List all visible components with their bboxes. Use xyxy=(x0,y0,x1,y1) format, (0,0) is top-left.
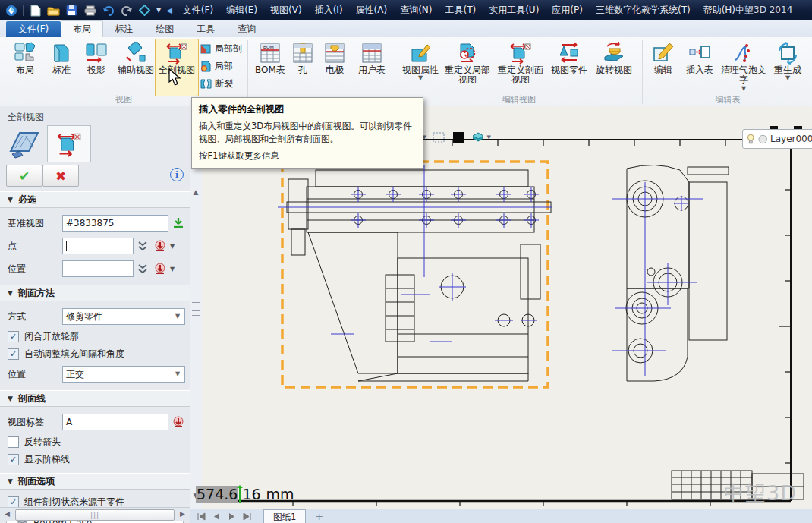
section-header-required[interactable]: ▼ 必选 xyxy=(0,191,190,208)
checkbox-checked-icon[interactable]: ✓ xyxy=(8,348,19,360)
chevron-down-icon[interactable]: ▼ xyxy=(487,134,491,140)
app-logo-icon[interactable] xyxy=(5,4,17,17)
save-icon[interactable] xyxy=(65,4,78,17)
info-button[interactable]: i xyxy=(170,168,184,181)
menu-utilities[interactable]: 实用工具(U) xyxy=(489,4,539,17)
add-sheet-icon[interactable]: + xyxy=(315,511,323,522)
tab-inquire[interactable]: 查询 xyxy=(226,21,267,37)
ribbon-button-user-table[interactable]: 用户表 xyxy=(352,39,392,96)
scroll-left-icon[interactable]: ◀ xyxy=(5,510,10,518)
pick-dropdown-icon[interactable]: ▼ xyxy=(170,243,175,250)
tab-annotate[interactable]: 标注 xyxy=(103,21,144,37)
marquee-select-icon[interactable] xyxy=(431,130,446,145)
ribbon-button-electrode-table[interactable]: 电极 xyxy=(317,39,352,96)
section-header-options[interactable]: ▼ 剖面选项 xyxy=(0,473,190,490)
layers-icon[interactable] xyxy=(471,130,486,145)
cancel-button[interactable]: ✖ xyxy=(42,165,79,187)
expand-list-icon[interactable] xyxy=(137,262,150,276)
ribbon-button-view-attributes[interactable]: 视图属性 ▼ xyxy=(399,39,442,96)
ribbon-button-rotate-view[interactable]: 旋转视图 xyxy=(590,39,637,96)
menu-edit[interactable]: 编辑(E) xyxy=(226,4,257,17)
tab-tools[interactable]: 工具 xyxy=(185,21,226,37)
ribbon-button-standard[interactable]: 标准 xyxy=(44,39,79,96)
menu-insert[interactable]: 插入(I) xyxy=(315,4,343,17)
ribbon-button-regenerate[interactable]: 重生成 ▼ xyxy=(768,39,807,96)
checkbox-unchecked-icon[interactable] xyxy=(8,436,19,448)
tab-file[interactable]: 文件(F) xyxy=(6,21,61,37)
ribbon-button-redefine-section-view[interactable]: 重定义剖面视图 xyxy=(493,39,548,96)
location-input[interactable] xyxy=(62,260,134,277)
menu-help[interactable]: 帮助(H) xyxy=(703,4,735,17)
ribbon-button-clean-balloon[interactable]: 清理气泡文字 ▼ xyxy=(719,39,768,96)
checkbox-row[interactable]: 反转箭头 xyxy=(0,433,190,451)
point-input[interactable] xyxy=(62,238,134,254)
redo-icon[interactable] xyxy=(120,4,133,17)
layer-selector[interactable]: Layer0000 xyxy=(742,129,812,149)
menu-view[interactable]: 视图(V) xyxy=(270,4,302,17)
ribbon-button-projection[interactable]: 投影 xyxy=(79,39,114,96)
menu-teaching-system[interactable]: 三维数字化教学系统(T) xyxy=(596,4,691,17)
menu-attributes[interactable]: 属性(A) xyxy=(356,4,388,17)
ribbon-button-bom-table[interactable]: BOM BOM表 xyxy=(252,39,288,96)
view-label-input[interactable]: A xyxy=(62,414,168,430)
sheet-tab[interactable]: 图纸1 xyxy=(263,509,306,523)
scroll-right-icon[interactable]: ▶ xyxy=(180,510,185,518)
undo-icon[interactable] xyxy=(102,4,115,17)
pick-green-icon[interactable] xyxy=(172,216,185,230)
ribbon-button-edit[interactable]: 编辑 xyxy=(647,39,680,96)
checkbox-checked-icon[interactable]: ✓ xyxy=(8,496,19,508)
regenerate-dropdown-icon[interactable]: ▼ xyxy=(769,75,807,81)
checkbox-row[interactable]: ✓ 自动调整填充间隔和角度 xyxy=(0,345,190,363)
ribbon-button-view-part[interactable]: 视图零件 xyxy=(548,39,590,96)
section-header-hatch[interactable]: ▼ 剖面线 xyxy=(0,390,190,407)
section-header-method[interactable]: ▼ 剖面方法 xyxy=(0,285,190,301)
ribbon-button-redefine-local-view[interactable]: 重定义局部视图 xyxy=(442,39,493,96)
required-pick-icon[interactable] xyxy=(153,239,167,253)
next-sheet-icon[interactable] xyxy=(228,512,236,521)
tab-layout[interactable]: 布局 xyxy=(61,20,103,37)
menu-file[interactable]: 文件(F) xyxy=(183,4,213,17)
new-file-icon[interactable] xyxy=(29,4,42,17)
checkbox-checked-icon[interactable]: ✓ xyxy=(8,331,19,342)
panel-vscrollbar[interactable]: ▲ ▼ xyxy=(190,106,203,523)
ribbon-button-local-section[interactable]: 局部剖 xyxy=(200,41,242,57)
layout-sheet-icon[interactable] xyxy=(8,128,41,159)
prev-sheet-icon[interactable] xyxy=(212,512,221,521)
panel-tab-full-section[interactable] xyxy=(47,125,91,162)
checkbox-row[interactable]: ✓ 闭合开放轮廓 xyxy=(0,328,190,345)
required-pick-icon[interactable] xyxy=(172,415,185,429)
last-sheet-icon[interactable] xyxy=(243,512,251,521)
ribbon-button-insert-table[interactable]: 插入表 xyxy=(680,39,719,96)
menu-inquire[interactable]: 查询(N) xyxy=(400,4,432,17)
view-attributes-dropdown-icon[interactable]: ▼ xyxy=(400,75,441,81)
menu-tools[interactable]: 工具(T) xyxy=(445,4,476,17)
method-select[interactable]: 修剪零件▼ xyxy=(62,308,185,325)
tab-draw[interactable]: 绘图 xyxy=(144,21,185,37)
collapse-menu-icon[interactable]: ◀ xyxy=(166,6,172,14)
view-mode-icon[interactable] xyxy=(138,4,151,17)
checkbox-row[interactable]: ✓ 显示阶梯线 xyxy=(0,451,190,468)
ok-button[interactable]: ✔ xyxy=(6,165,42,187)
qat-dropdown-icon[interactable]: ▼ xyxy=(156,7,161,14)
ribbon-button-hole-table[interactable]: 孔 xyxy=(288,39,317,96)
scroll-thumb[interactable]: ||| xyxy=(15,509,175,521)
expand-list-icon[interactable] xyxy=(137,239,150,253)
ribbon-button-broken-view[interactable]: 断裂 xyxy=(200,76,233,92)
ribbon-button-auxiliary-view[interactable]: 辅助视图 xyxy=(114,39,158,96)
pick-dropdown-icon[interactable]: ▼ xyxy=(170,266,175,273)
panel-hscrollbar[interactable]: ◀ ||| ▶ xyxy=(0,507,190,521)
ribbon-button-local-view[interactable]: 局部 xyxy=(200,58,233,74)
clean-balloon-dropdown-icon[interactable]: ▼ xyxy=(720,86,767,92)
menu-applications[interactable]: 应用(P) xyxy=(552,4,583,17)
position-select[interactable]: 正交▼ xyxy=(62,366,185,383)
print-icon[interactable] xyxy=(83,4,96,17)
open-file-icon[interactable] xyxy=(47,4,60,17)
first-sheet-icon[interactable] xyxy=(197,512,206,521)
background-color-icon[interactable] xyxy=(451,130,466,145)
ribbon-button-layout[interactable]: 布局 xyxy=(6,39,44,96)
checkbox-checked-icon[interactable]: ✓ xyxy=(8,454,19,465)
splitter-grip[interactable] xyxy=(192,302,200,323)
scroll-up-icon[interactable]: ▲ xyxy=(190,188,202,196)
required-pick-icon[interactable] xyxy=(153,262,167,276)
base-view-input[interactable]: #3833875 xyxy=(62,215,168,232)
